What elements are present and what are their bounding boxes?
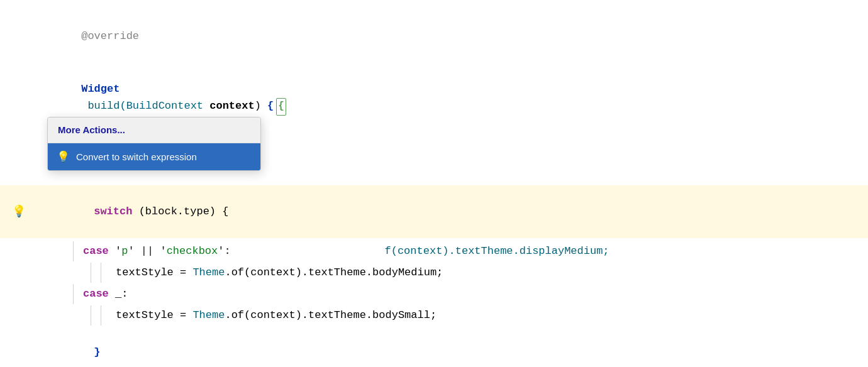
annotation-text: @override [81, 30, 139, 42]
open-brace: { [267, 100, 274, 112]
case-checkbox: checkbox [167, 243, 218, 260]
code-content: case 'p' || 'checkbox': f(context).textT… [38, 241, 868, 261]
method-build: build( [81, 100, 126, 112]
code-content: textStyle = Theme .of(context).textTheme… [38, 263, 868, 283]
keyword-widget: Widget [81, 83, 120, 95]
indent-bar [91, 305, 101, 326]
code-content: @override [38, 11, 868, 62]
code-editor: @override Widget build(BuildContext cont… [0, 0, 868, 367]
more-actions-label: More Actions... [58, 124, 125, 135]
theme-of: Theme [192, 264, 225, 281]
convert-switch-item[interactable]: 💡 Convert to switch expression [48, 143, 260, 170]
indent-bar [73, 284, 83, 304]
textstyle-assign2: textStyle = [116, 307, 192, 324]
code-content: } [38, 327, 868, 367]
line-gutter-bulb: 💡 [0, 203, 38, 221]
overflow-text: f(context).textTheme.displayMedium; [231, 243, 868, 260]
chain-body-small: .of(context).textTheme.bodySmall; [225, 307, 437, 324]
code-line: case _: [0, 283, 868, 305]
code-line: textStyle = Theme .of(context).textTheme… [0, 262, 868, 283]
switch-condition: (block.type) { [132, 205, 228, 217]
closing-brace: } [94, 346, 100, 358]
theme-of2: Theme [192, 307, 225, 324]
switch-keyword: switch [94, 205, 132, 217]
case-value-start: ' [115, 243, 121, 260]
code-line: case 'p' || 'checkbox': f(context).textT… [0, 241, 868, 262]
switch-line: 💡 switch (block.type) { [0, 185, 868, 238]
param-context: context [203, 100, 255, 112]
textstyle-assign: textStyle = [116, 264, 192, 281]
indent-bar [91, 263, 101, 283]
menu-item-bulb-icon: 💡 [57, 148, 70, 165]
code-line: textStyle = Theme .of(context).textTheme… [0, 305, 868, 326]
case-space [109, 243, 115, 260]
code-line: @override [0, 10, 868, 63]
paren-close: ) [255, 100, 267, 112]
convert-switch-label: Convert to switch expression [76, 150, 197, 165]
case-default-value: _: [109, 285, 128, 302]
bulb-icon[interactable]: 💡 [12, 203, 26, 221]
code-line: } [0, 326, 868, 367]
case-keyword: case [83, 243, 109, 260]
code-content: case _: [38, 284, 868, 304]
case-colon: ': [218, 243, 230, 260]
indent-bar2 [101, 305, 111, 326]
indent-bar [73, 241, 83, 261]
case-default-keyword: case [83, 285, 109, 302]
code-content: switch (block.type) { [38, 186, 868, 238]
case-or: ' || ' [128, 243, 166, 260]
more-actions-header[interactable]: More Actions... [48, 118, 260, 143]
type-build-context: BuildContext [126, 100, 203, 112]
chain-body-medium: .of(context).textTheme.bodyMedium; [225, 264, 443, 281]
code-content: textStyle = Theme .of(context).textTheme… [38, 305, 868, 326]
case-p: p [121, 243, 128, 260]
indent-bar2 [101, 263, 111, 283]
bracket-indicator: { [276, 98, 286, 116]
context-menu: More Actions... 💡 Convert to switch expr… [47, 117, 261, 171]
